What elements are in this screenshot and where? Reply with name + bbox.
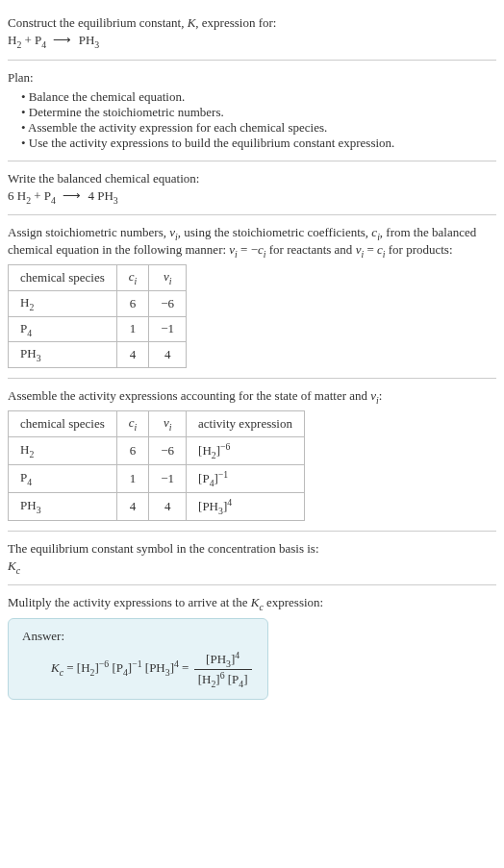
intro-suffix: , expression for: (195, 15, 276, 30)
sp: H (20, 442, 29, 457)
th-ci: ci (116, 265, 149, 291)
text: = − (238, 242, 258, 257)
sp-sub: 2 (29, 449, 34, 459)
cell-c: 6 (116, 290, 149, 316)
balanced-equation: 6 H2 + P4 ⟶ 4 PH3 (8, 188, 496, 206)
exp: 4 (235, 650, 239, 660)
exp: 6 (220, 670, 225, 681)
cell-c: 4 (116, 342, 149, 368)
exp: −6 (99, 658, 109, 669)
plan-section: Plan: Balance the chemical equation. Det… (8, 61, 496, 161)
sp: PH (20, 498, 37, 512)
stoich-table: chemical species ci νi H2 6 −6 P4 1 −1 P… (8, 264, 187, 367)
base: [P (198, 471, 210, 485)
d1: [H (198, 672, 212, 686)
answer-box: Answer: Kc = [H2]−6 [P4]−1 [PH3]4 = [PH3… (8, 618, 268, 700)
n: [PH (206, 652, 226, 666)
d2: [P (228, 672, 239, 686)
eq-p4-sub: 4 (41, 39, 46, 50)
numerator: [PH3]4 (194, 650, 252, 670)
plan-item: Balance the chemical equation. (21, 89, 496, 105)
activity-desc: Assemble the activity expressions accoun… (8, 388, 496, 406)
eq: = (63, 660, 77, 675)
nui-sub: i (169, 276, 172, 286)
final-section: Mulitply the activity expressions to arr… (8, 585, 496, 708)
kc-sub: c (16, 564, 20, 575)
fraction: [PH3]4[H2]6 [P4] (194, 650, 252, 689)
eq-plus: + (21, 33, 35, 47)
t3: [PH (145, 660, 165, 675)
sp: H (20, 295, 29, 310)
eq-ph3-sub: 3 (94, 39, 99, 50)
kc: K (8, 558, 16, 573)
answer-label: Answer: (22, 629, 254, 644)
th-nui: νi (149, 265, 187, 291)
cell-nu: −1 (149, 316, 187, 342)
cell-activity: [H2]−6 (187, 436, 305, 464)
th-ci: ci (116, 411, 149, 437)
table-row: P4 1 −1 [P4]−1 (9, 464, 305, 492)
text: : (379, 388, 383, 403)
bal-c3: 4 PH (88, 188, 113, 203)
intro-text: Construct the equilibrium constant, K, e… (8, 15, 496, 31)
sp-sub: 3 (37, 505, 41, 515)
text: , using the stoichiometric coefficients, (178, 225, 372, 239)
symbol-kc: Kc (8, 558, 496, 576)
bal-arrow: ⟶ (63, 188, 81, 204)
balanced-section: Write the balanced chemical equation: 6 … (8, 161, 496, 216)
t2: [P (112, 660, 123, 675)
cell-species: H2 (9, 290, 117, 316)
stoich-section: Assign stoichiometric numbers, νi, using… (8, 215, 496, 379)
th-activity: activity expression (187, 411, 305, 437)
cell-nu: −6 (149, 436, 187, 464)
table-header-row: chemical species ci νi activity expressi… (9, 411, 305, 437)
eq2: = (179, 660, 192, 675)
plan-item: Determine the stoichiometric numbers. (21, 105, 496, 120)
exp: −1 (218, 469, 228, 480)
cell-activity: [P4]−1 (187, 464, 305, 492)
ci-sub: i (135, 422, 138, 433)
cell-nu: 4 (149, 492, 187, 520)
intro-prefix: Construct the equilibrium constant, (8, 15, 188, 30)
cell-nu: 4 (149, 342, 187, 368)
cell-species: H2 (9, 436, 117, 464)
th-species: chemical species (9, 265, 117, 291)
base: [H (198, 443, 212, 458)
denominator: [H2]6 [P4] (194, 670, 252, 689)
t1: [H (77, 660, 90, 675)
eq-h2: H (8, 33, 16, 47)
cell-c: 4 (116, 492, 149, 520)
cell-c: 1 (116, 316, 149, 342)
eq-ph3: PH (79, 33, 95, 47)
text: = (364, 242, 377, 257)
ci-sub: i (135, 276, 138, 286)
cell-nu: −1 (149, 464, 187, 492)
bal-c2-sub: 4 (51, 194, 56, 205)
cell-nu: −6 (149, 290, 187, 316)
activity-table: chemical species ci νi activity expressi… (8, 410, 305, 520)
bal-c2: P (44, 188, 51, 203)
text: Assign stoichiometric numbers, (8, 225, 169, 239)
sp-sub: 3 (37, 353, 41, 363)
table-row: PH3 4 4 (9, 342, 187, 368)
cell-c: 6 (116, 436, 149, 464)
kc: K (51, 660, 60, 675)
text: Mulitply the activity expressions to arr… (8, 595, 251, 609)
th-species: chemical species (9, 411, 117, 437)
base: [PH (198, 499, 218, 513)
text: Assemble the activity expressions accoun… (8, 388, 370, 403)
activity-section: Assemble the activity expressions accoun… (8, 379, 496, 532)
sp: PH (20, 346, 37, 360)
intro-equation: H2 + P4 ⟶ PH3 (8, 33, 496, 50)
symbol-line: The equilibrium constant symbol in the c… (8, 541, 496, 557)
table-row: H2 6 −6 (9, 290, 187, 316)
table-row: P4 1 −1 (9, 316, 187, 342)
stoich-desc: Assign stoichiometric numbers, νi, using… (8, 225, 496, 259)
th-nui: νi (149, 411, 187, 437)
text: expression: (264, 595, 323, 609)
bal-c1: 6 H (8, 188, 26, 203)
cell-species: P4 (9, 316, 117, 342)
cell-species: P4 (9, 464, 117, 492)
exp: −6 (220, 441, 230, 452)
cell-species: PH3 (9, 492, 117, 520)
